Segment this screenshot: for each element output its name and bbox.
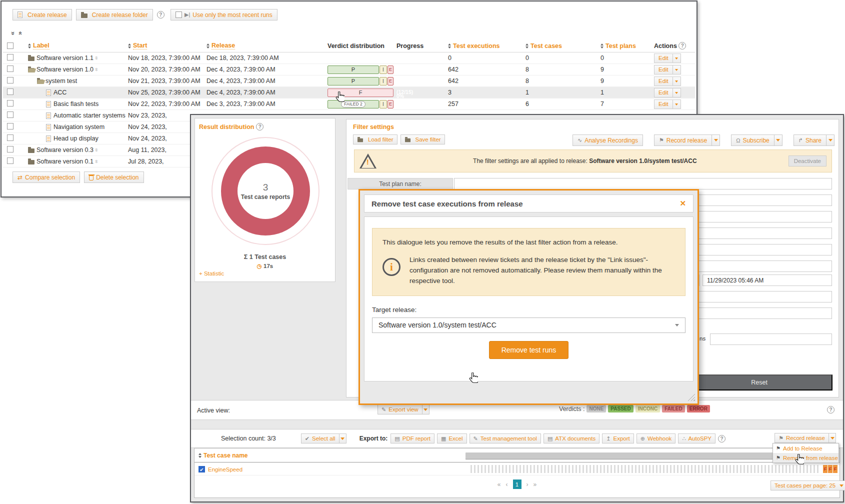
verdict-cell-failed[interactable]: F — [833, 465, 838, 473]
edit-button[interactable]: Edit — [654, 88, 673, 98]
column-header-executions[interactable]: Test executions — [448, 42, 526, 50]
edit-dropdown[interactable] — [673, 88, 681, 98]
page-current[interactable]: 1 — [513, 480, 522, 489]
table-row[interactable]: Software version 1.1∞ Nov 18, 2023, 7:39… — [3, 52, 695, 64]
help-icon[interactable]: ? — [678, 42, 686, 50]
menu-item-remove-from-release[interactable]: ⚑Remove from release — [773, 453, 838, 462]
page-first-button[interactable]: « — [498, 481, 501, 488]
filter-input[interactable] — [710, 334, 832, 345]
row-checkbox[interactable] — [7, 54, 14, 60]
sort-icon[interactable] — [600, 44, 604, 48]
edit-button[interactable]: Edit — [654, 65, 673, 74]
close-icon[interactable]: ✕ — [680, 199, 686, 208]
column-header-test-case-name[interactable]: Test case name — [198, 452, 248, 459]
column-header-label[interactable]: Label — [28, 42, 128, 50]
subscribe-dropdown[interactable] — [774, 134, 782, 146]
table-row[interactable]: Basic flash tests Nov 22, 2023, 7:39:00 … — [3, 98, 695, 110]
column-header-cases[interactable]: Test cases — [526, 42, 600, 50]
record-release-dropdown[interactable] — [712, 134, 720, 146]
select-all-dropdown[interactable] — [339, 434, 346, 444]
sort-icon[interactable] — [198, 453, 202, 458]
help-icon[interactable]: ? — [718, 435, 726, 442]
excel-button[interactable]: ▦Excel — [437, 434, 467, 444]
export-view-button[interactable]: ✎Export view — [378, 404, 422, 414]
sort-icon[interactable] — [128, 44, 131, 48]
use-most-recent-runs-toggle[interactable]: ▶| Use only the most recent runs — [170, 9, 278, 20]
edit-button[interactable]: Edit — [654, 76, 673, 86]
row-checkbox[interactable] — [7, 88, 14, 95]
sort-icon[interactable] — [526, 44, 528, 48]
delete-selection-button[interactable]: Delete selection — [84, 172, 144, 183]
create-release-button[interactable]: Create release — [12, 9, 72, 20]
column-header-start[interactable]: Start — [128, 42, 206, 50]
sort-icon[interactable] — [448, 44, 451, 48]
load-filter-button[interactable]: Load filter — [353, 134, 398, 144]
page-next-button[interactable]: › — [526, 481, 528, 488]
row-checkbox[interactable] — [7, 158, 14, 164]
compare-selection-button[interactable]: ⇄Compare selection — [12, 172, 80, 183]
select-all-button[interactable]: ✔Select all — [301, 434, 339, 444]
help-icon[interactable]: ? — [157, 11, 164, 18]
autospy-button[interactable]: ∴AutoSPY — [678, 434, 716, 444]
edit-button[interactable]: Edit — [654, 100, 673, 109]
page-last-button[interactable]: » — [534, 481, 537, 488]
test-case-link[interactable]: EngineSpeed — [208, 466, 242, 472]
remove-test-runs-button[interactable]: Remove test runs — [489, 341, 569, 359]
row-checkbox[interactable] — [7, 100, 14, 106]
table-row[interactable]: system test Nov 21, 2023, 7:39:00 AM Dec… — [3, 76, 695, 87]
verdict-bar-failed[interactable]: F — [328, 88, 394, 97]
subscribe-button[interactable]: ΩSubscribe — [731, 134, 774, 146]
atx-documents-button[interactable]: ▤ATX documents — [544, 434, 600, 444]
test-case-row[interactable]: ✔ EngineSpeed F F F — [194, 464, 840, 476]
expand-all-icon[interactable]: » — [16, 32, 24, 35]
deactivate-button[interactable]: Deactivate — [788, 156, 826, 166]
pdf-report-button[interactable]: ▤PDF report — [390, 434, 434, 444]
edit-button[interactable]: Edit — [654, 54, 673, 63]
edit-dropdown[interactable] — [673, 65, 681, 74]
verdict-cell-failed[interactable]: F — [828, 465, 832, 473]
column-header-release[interactable]: Release — [206, 42, 328, 50]
export-button[interactable]: ↥Export — [602, 434, 634, 444]
test-management-tool-button[interactable]: ✎Test management tool — [470, 434, 541, 444]
row-checkbox[interactable] — [7, 77, 14, 84]
edit-dropdown[interactable] — [673, 100, 681, 109]
result-donut-chart[interactable]: 3 Test case reports — [221, 146, 310, 236]
analyse-recordings-button[interactable]: ∿Analyse Recordings — [572, 134, 643, 146]
share-dropdown[interactable] — [826, 134, 834, 146]
sort-icon[interactable] — [28, 44, 31, 48]
dialog-title-bar[interactable]: Remove test case executions from release… — [364, 194, 694, 212]
row-checkbox[interactable] — [7, 123, 14, 130]
column-header-plans[interactable]: Test plans — [600, 42, 654, 50]
row-checkbox[interactable] — [7, 146, 14, 152]
horizontal-scrollbar[interactable] — [466, 452, 774, 460]
per-page-button[interactable]: Test cases per page: 25 — [770, 480, 845, 490]
row-checkbox[interactable] — [7, 134, 14, 141]
help-icon[interactable]: ? — [827, 406, 834, 414]
date-input[interactable]: 11/29/2023 05:46 AM — [702, 274, 832, 286]
record-release-button[interactable]: ⚑Record release — [654, 134, 712, 146]
help-icon[interactable]: ? — [256, 123, 264, 130]
statistic-link[interactable]: + Statistic — [199, 270, 224, 276]
record-release-dropdown-bottom[interactable] — [828, 433, 836, 443]
export-view-dropdown[interactable] — [422, 404, 430, 414]
recent-runs-checkbox[interactable] — [176, 12, 182, 18]
share-button[interactable]: ↱Share — [794, 134, 826, 146]
row-checkbox[interactable] — [7, 66, 14, 72]
menu-item-add-to-release[interactable]: ⚑Add to Release — [773, 444, 838, 453]
table-row[interactable]: Software version 1.0∞ Nov 20, 2023, 7:39… — [3, 64, 695, 76]
row-checkbox[interactable] — [7, 112, 14, 118]
target-release-select[interactable]: Software version 1.0/system test/ACC — [372, 318, 686, 333]
edit-dropdown[interactable] — [673, 54, 681, 63]
page-prev-button[interactable]: ‹ — [506, 481, 508, 488]
verdict-bar[interactable]: PIE — [328, 77, 394, 86]
save-filter-button[interactable]: Save filter — [400, 134, 445, 144]
sort-icon[interactable] — [206, 44, 210, 48]
test-plan-name-input[interactable] — [454, 178, 832, 190]
verdict-bar[interactable]: PIE — [328, 66, 394, 74]
create-release-folder-button[interactable]: Create release folder — [76, 9, 153, 20]
webhook-button[interactable]: ⊕Webhook — [636, 434, 676, 444]
table-row-acc[interactable]: ACC Nov 25, 2023, 7:39:00 AM Dec 4, 2023… — [3, 87, 695, 98]
row-checkbox-checked[interactable]: ✔ — [198, 466, 205, 472]
edit-dropdown[interactable] — [673, 76, 681, 86]
verdict-bar[interactable]: FAILED 2IE — [328, 100, 394, 108]
